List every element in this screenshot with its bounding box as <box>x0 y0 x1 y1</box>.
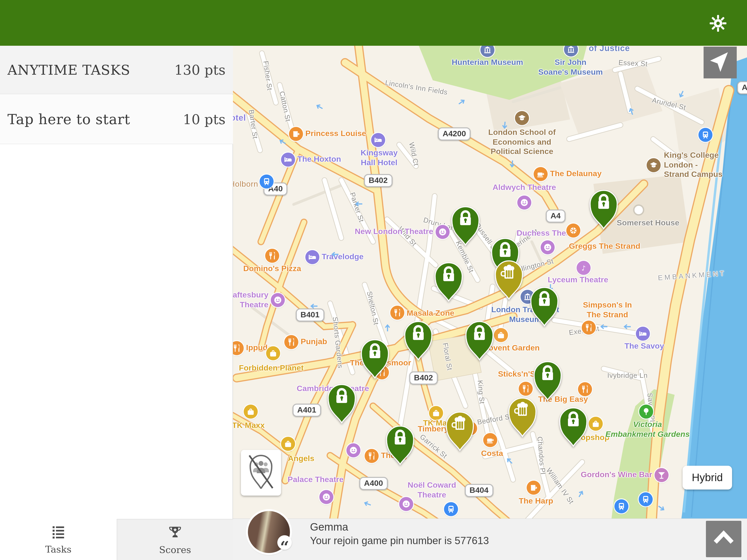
tab-scores[interactable]: Scores <box>117 519 233 560</box>
tap-to-start-points: 10 pts <box>183 111 226 127</box>
compass-button[interactable] <box>703 47 737 78</box>
anytime-tasks-row[interactable]: ANYTIME TASKS 130 pts <box>0 46 233 94</box>
tap-to-start-row[interactable]: Tap here to start 10 pts <box>0 95 233 144</box>
navigation-arrow-icon <box>703 72 737 80</box>
tap-to-start-label: Tap here to start <box>7 111 130 127</box>
trophy-icon <box>167 524 183 542</box>
map-canvas[interactable]: Fisher StCatton StBarter StotelHigh Holb… <box>233 46 747 560</box>
tab-scores-label: Scores <box>159 544 191 555</box>
tab-tasks-label: Tasks <box>45 544 72 555</box>
player-name: Gemma <box>310 521 348 533</box>
crossed-people-icon <box>246 452 276 493</box>
settings-button[interactable] <box>709 15 727 32</box>
chevron-up-icon <box>706 520 741 558</box>
hide-players-button[interactable] <box>241 450 281 496</box>
map-layer-label: Hybrid <box>692 471 723 484</box>
map-layer-toggle[interactable]: Hybrid <box>682 466 732 489</box>
tab-tasks[interactable]: Tasks <box>0 519 117 560</box>
task-sidebar: ANYTIME TASKS 130 pts Tap here to start … <box>0 46 233 560</box>
app-window: ANYTIME TASKS 130 pts Tap here to start … <box>0 0 747 560</box>
app-header <box>0 0 747 46</box>
gear-icon <box>709 26 727 34</box>
status-message: Your rejoin game pin number is 577613 <box>310 535 489 547</box>
map-roads <box>233 46 747 560</box>
anytime-tasks-label: ANYTIME TASKS <box>7 62 130 78</box>
bottom-tab-bar: Tasks Scores <box>0 519 233 560</box>
expand-chat-button[interactable] <box>706 521 741 557</box>
quote-icon: “ <box>277 535 292 550</box>
list-icon <box>50 524 66 542</box>
anytime-tasks-points: 130 pts <box>174 62 226 78</box>
